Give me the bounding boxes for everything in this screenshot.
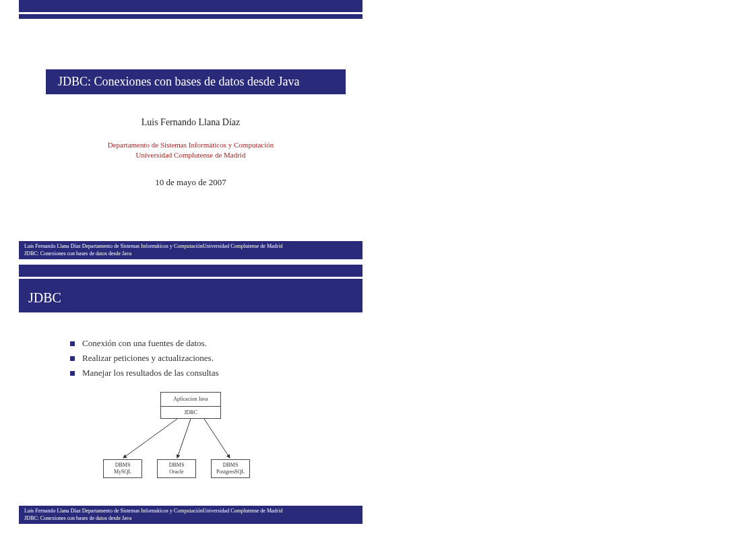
sub-bar [19,14,363,19]
slide-header: JDBC [19,283,363,312]
db-name: MySQL [106,469,139,475]
svg-line-2 [204,419,230,458]
diagram-box-app: Aplicacion Java [160,392,221,407]
diagram-box-mysql: DBMS MySQL [103,459,142,478]
title-info: Luis Fernando Llana Díaz Departamento de… [19,117,363,188]
svg-line-0 [123,419,177,458]
author-name: Luis Fernando Llana Díaz [19,117,363,128]
db-label: DBMS [106,462,139,469]
list-item: Conexión con una fuentes de datos. [70,338,363,349]
diagram-box-postgres: DBMS PostgresSQL [211,459,250,478]
footer-line2: JDBC: Conexiones con bases de datos desd… [24,251,357,257]
footer-line1: Luis Fernando Llana Díaz Departamento de… [24,508,357,514]
diagram-box-jdbc: JDBC [160,407,221,419]
footer-line1: Luis Fernando Llana Díaz Departamento de… [24,243,357,250]
presentation-date: 10 de mayo de 2007 [19,177,363,188]
department: Departamento de Sistemas Informáticos y … [19,140,363,161]
department-line1: Departamento de Sistemas Informáticos y … [108,141,274,149]
top-bar [19,265,363,277]
slide-footer: Luis Fernando Llana Díaz Departamento de… [19,506,363,524]
slide-2: JDBC Conexión con una fuentes de datos. … [19,265,363,524]
department-line2: Universidad Complutense de Madrid [136,151,246,159]
list-item: Realizar peticiones y actualizaciones. [70,353,363,364]
list-item: Manejar los resultados de las consultas [70,368,363,378]
presentation-title: JDBC: Conexiones con bases de datos desd… [46,69,346,94]
slide-1: JDBC: Conexiones con bases de datos desd… [19,0,363,259]
jdbc-diagram: Aplicacion Java JDBC DBMS MySQL DBMS Ora… [103,392,278,486]
db-name: Oracle [160,469,193,475]
sub-bar [19,279,363,283]
slide-footer: Luis Fernando Llana Díaz Departamento de… [19,241,363,259]
svg-line-1 [177,419,191,458]
diagram-box-oracle: DBMS Oracle [157,459,196,478]
bullet-list: Conexión con una fuentes de datos. Reali… [70,338,363,378]
db-label: DBMS [214,462,247,469]
db-name: PostgresSQL [214,469,247,475]
footer-line2: JDBC: Conexiones con bases de datos desd… [24,515,357,522]
top-bar [19,0,363,12]
db-label: DBMS [160,462,193,469]
